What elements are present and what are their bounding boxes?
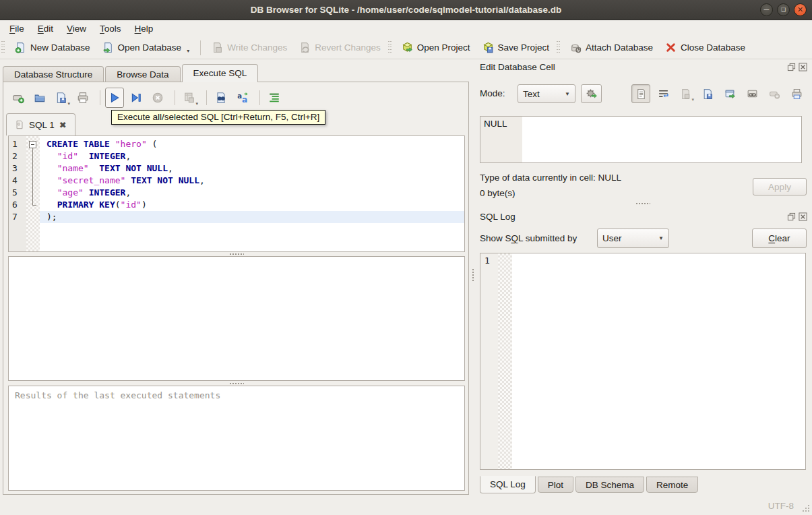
- tab-remote[interactable]: Remote: [646, 477, 698, 493]
- save-project-button[interactable]: Save Project: [476, 39, 556, 56]
- menu-view[interactable]: View: [60, 22, 93, 35]
- fold-marker-icon[interactable]: [26, 138, 40, 150]
- close-icon[interactable]: ✕: [794, 3, 807, 16]
- format-sql-button[interactable]: [265, 88, 284, 108]
- code-text: "name" TEXT NOT NULL,: [40, 162, 464, 175]
- minimize-icon[interactable]: ─: [760, 3, 773, 16]
- close-database-icon: [665, 42, 677, 53]
- word-wrap-button[interactable]: [654, 84, 673, 103]
- line-number: 5: [9, 187, 26, 199]
- tab-browse-data[interactable]: Browse Data: [105, 66, 180, 82]
- sql-editor[interactable]: 1CREATE TABLE "hero" (2 "id" INTEGER,3 "…: [8, 135, 465, 252]
- label-mnemonic: Q: [511, 233, 519, 243]
- attach-database-button[interactable]: Attach Database: [564, 39, 659, 56]
- log-fold-margin: [498, 253, 512, 469]
- open-sql-file-button[interactable]: [30, 88, 49, 108]
- stop-button[interactable]: [148, 88, 167, 108]
- resize-grip[interactable]: [802, 504, 810, 512]
- left-panel: Database Structure Browse Data Execute S…: [0, 59, 473, 497]
- splitter-handle-icon: [229, 383, 244, 384]
- execute-all-button[interactable]: [105, 88, 124, 108]
- text-mode-button[interactable]: [631, 84, 650, 103]
- label-mnemonic: F: [9, 24, 15, 34]
- maximize-icon[interactable]: ❏: [777, 3, 790, 16]
- toolbar-drag-handle[interactable]: [557, 41, 561, 55]
- sql-editor-lines: 1CREATE TABLE "hero" (2 "id" INTEGER,3 "…: [9, 138, 464, 223]
- menu-edit[interactable]: Edit: [31, 22, 60, 35]
- set-null-button[interactable]: [765, 84, 784, 103]
- menu-file[interactable]: File: [3, 22, 31, 35]
- word-wrap-icon: [658, 88, 669, 100]
- open-database-dropdown-icon[interactable]: ▾: [187, 48, 189, 54]
- code-line: 7);: [9, 211, 464, 223]
- sql-document-tab[interactable]: SQL 1 ✖: [6, 113, 75, 135]
- set-null-icon: [769, 88, 780, 100]
- sql-toolbar-separator: [259, 90, 260, 105]
- import-dropdown-icon: ▾: [691, 97, 694, 102]
- label-text: Show S: [480, 233, 511, 243]
- clear-log-button[interactable]: Clear: [752, 229, 807, 248]
- menu-tools[interactable]: Tools: [93, 22, 128, 35]
- print-sql-button[interactable]: [73, 88, 92, 108]
- print-cell-button[interactable]: [787, 84, 806, 103]
- open-external-button[interactable]: [720, 84, 739, 103]
- close-database-button[interactable]: Close Database: [659, 39, 751, 56]
- title-bar[interactable]: DB Browser for SQLite - /home/user/code/…: [0, 0, 812, 20]
- new-sql-tab-button[interactable]: [9, 88, 28, 108]
- link-icon: [747, 88, 758, 100]
- toolbar-drag-handle[interactable]: [1, 41, 5, 55]
- fold-marker-icon: [26, 199, 40, 211]
- cell-value-editor[interactable]: NULL: [480, 116, 802, 163]
- tab-database-structure[interactable]: Database Structure: [3, 66, 104, 82]
- copy-url-button[interactable]: [743, 84, 761, 103]
- sql-log-view[interactable]: 1: [480, 253, 806, 470]
- sql-toolbar-separator: [100, 90, 100, 105]
- menu-help[interactable]: Help: [128, 22, 160, 35]
- export-cell-data-button[interactable]: [698, 84, 717, 103]
- new-database-button[interactable]: New Database: [9, 39, 96, 56]
- tab-sql-log[interactable]: SQL Log: [480, 476, 536, 493]
- results-message[interactable]: Results of the last executed statements: [8, 386, 465, 491]
- open-project-label: Open Project: [417, 42, 470, 53]
- revert-changes-icon: [299, 42, 311, 53]
- open-database-button[interactable]: Open Database ▾: [96, 38, 196, 57]
- find-button[interactable]: [212, 88, 230, 108]
- save-sql-file-button[interactable]: ▾: [52, 88, 71, 108]
- code-text: "secret_name" TEXT NOT NULL,: [40, 175, 464, 187]
- sql-log-title: SQL Log: [480, 212, 516, 222]
- write-changes-button[interactable]: Write Changes: [206, 39, 293, 56]
- tab-db-schema[interactable]: DB Schema: [575, 477, 644, 493]
- open-project-button[interactable]: Open Project: [396, 39, 476, 56]
- tab-execute-sql[interactable]: Execute SQL: [182, 64, 259, 82]
- label-mnemonic: V: [67, 24, 73, 34]
- execute-line-button[interactable]: [127, 88, 146, 108]
- results-table[interactable]: [8, 256, 465, 381]
- toolbar-separator: [200, 40, 201, 55]
- close-icon[interactable]: [799, 63, 807, 71]
- cell-value: NULL: [484, 119, 507, 129]
- sql-tab-close-icon[interactable]: ✖: [59, 120, 67, 130]
- auto-switch-mode-button[interactable]: [581, 84, 602, 103]
- execute-line-icon: [130, 92, 142, 104]
- mode-combo[interactable]: Text ▼: [518, 84, 575, 103]
- sql-tab-label: SQL 1: [29, 120, 55, 130]
- code-text: PRIMARY KEY("id"): [40, 199, 464, 211]
- float-icon[interactable]: [787, 212, 796, 221]
- splitter-handle-icon: [229, 253, 244, 255]
- apply-button[interactable]: Apply: [753, 178, 807, 195]
- main-vertical-splitter[interactable]: [470, 262, 475, 289]
- new-sql-tab-icon: [12, 92, 24, 104]
- replace-button[interactable]: a a: [233, 88, 252, 108]
- toolbar-drag-handle[interactable]: [388, 41, 392, 55]
- close-icon[interactable]: [799, 212, 807, 221]
- splitter-handle-icon: [472, 268, 474, 282]
- revert-changes-button[interactable]: Revert Changes: [293, 39, 387, 56]
- dock-splitter[interactable]: [480, 202, 806, 206]
- float-icon[interactable]: [787, 63, 796, 71]
- import-cell-data-button[interactable]: ▾: [676, 84, 695, 103]
- attach-database-icon: [570, 42, 582, 53]
- tab-plot[interactable]: Plot: [538, 477, 573, 493]
- sql-log-filter-combo[interactable]: User ▼: [597, 229, 669, 248]
- save-results-button[interactable]: ▾: [180, 88, 199, 108]
- open-database-icon: [102, 42, 114, 53]
